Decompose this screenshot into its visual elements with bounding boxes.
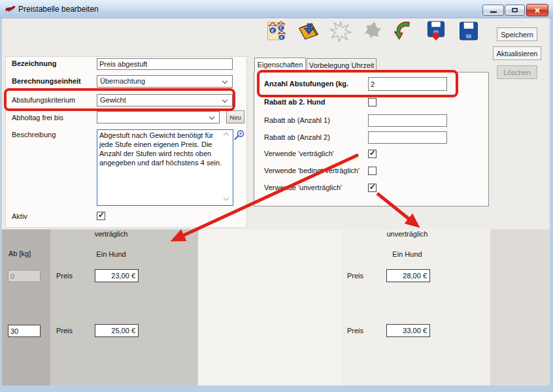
save-icon <box>456 20 481 42</box>
neu-button[interactable]: Neu <box>226 110 244 123</box>
unvertraeglich-preis-input-row2[interactable] <box>386 324 430 337</box>
rabatt-ab-2-hund-checkbox[interactable] <box>368 98 377 106</box>
verwende-bedingt-checkbox[interactable] <box>368 167 377 175</box>
close-icon <box>534 7 541 14</box>
berechnungseinheit-select[interactable]: Übernachtung <box>97 75 233 88</box>
verwende-vertraeglich-checkbox[interactable] <box>368 150 377 158</box>
svg-text:€: € <box>280 35 283 41</box>
vertraeglich-column-title: verträglich <box>56 230 167 238</box>
new-star-icon <box>328 20 353 42</box>
toolbar-button-save-export[interactable] <box>424 20 448 42</box>
vertraeglich-preis-input-row1[interactable] <box>95 269 139 282</box>
rabatt-anzahl2-label: Rabatt ab (Anzahl 2) <box>264 133 330 141</box>
beschreibung-textarea[interactable]: Abgestuft nach Gewicht benötigt für jede… <box>97 129 233 206</box>
undo-arrow-icon <box>392 20 416 42</box>
price-tables-icon: € € € <box>265 20 290 42</box>
ab-kg-input-row1 <box>8 270 41 282</box>
unvertraeglich-subtitle: Ein Hund <box>348 250 466 258</box>
dialog-window: Preistabelle bearbeiten € € € <box>0 0 553 392</box>
toolbar-button-undo[interactable] <box>392 20 416 42</box>
verwende-unvertraeglich-checkbox[interactable] <box>368 184 377 192</box>
unvertraeglich-preis-input-row1[interactable] <box>386 269 430 282</box>
tab-eigenschaften[interactable]: Eigenschaften <box>254 57 306 73</box>
maximize-icon <box>512 8 518 12</box>
table-gap-area <box>198 229 342 385</box>
verwende-bedingt-label: Verwende 'bedingt verträglich' <box>264 167 360 174</box>
verwende-unvertraeglich-label: Verwende 'unverträglich' <box>264 184 342 191</box>
rabatt-anzahl2-input[interactable] <box>368 131 447 144</box>
anzahl-abstufungen-input[interactable] <box>368 77 447 91</box>
abstufungskriterium-label: Abstufungskriterium <box>12 96 75 104</box>
abstufungskriterium-select[interactable]: Gewicht <box>97 94 233 106</box>
app-dog-icon <box>5 5 16 14</box>
refresh-button[interactable]: Aktualisieren <box>493 46 541 60</box>
ab-kg-input-row2[interactable] <box>8 325 41 337</box>
berechnungseinheit-label: Berechnungseinheit <box>12 77 81 85</box>
preis-label: Preis <box>347 272 363 280</box>
save-button[interactable]: Speichern <box>497 27 537 41</box>
minimize-button[interactable] <box>482 5 504 16</box>
svg-text:€: € <box>271 28 275 34</box>
toolbar-button-new <box>328 20 353 42</box>
abstufungskriterium-value: Gewicht <box>100 96 126 104</box>
chevron-down-icon <box>222 97 227 103</box>
table-right-area <box>490 229 550 385</box>
close-button[interactable] <box>526 4 548 16</box>
bezeichnung-label: Bezeichnung <box>12 59 56 67</box>
rabatt-anzahl1-input[interactable] <box>368 114 447 127</box>
rabatt-ab-2-hund-label: Rabatt ab 2. Hund <box>264 98 326 106</box>
berechnungseinheit-value: Übernachtung <box>100 77 145 85</box>
chevron-down-icon <box>209 114 214 120</box>
ab-kg-header: Ab [kg] <box>8 250 31 257</box>
aktiv-label: Aktiv <box>12 212 27 220</box>
unvertraeglich-column-title: unverträglich <box>348 230 466 238</box>
aktiv-checkbox[interactable] <box>97 212 105 220</box>
bezeichnung-input[interactable] <box>97 58 233 70</box>
beschreibung-label: Beschreibung <box>12 131 56 139</box>
zoom-magnifier-icon[interactable] <box>233 129 245 142</box>
svg-text:€: € <box>280 25 282 31</box>
maximize-button[interactable] <box>505 5 525 16</box>
preis-label: Preis <box>56 327 73 335</box>
tab-vorbelegung-uhrzeit[interactable]: Vorbelegung Uhrzeit <box>307 58 377 72</box>
anzahl-abstufungen-label: Anzahl Abstufungen (kg. <box>264 80 348 88</box>
chevron-down-icon <box>222 78 227 84</box>
delete-splat-icon <box>360 20 385 42</box>
abholtag-label: Abholtag frei bis <box>12 114 63 122</box>
rabatt-anzahl1-label: Rabatt ab (Anzahl 1) <box>264 116 330 124</box>
import-folder-icon <box>297 20 322 42</box>
abholtag-select[interactable] <box>97 111 220 123</box>
verwende-vertraeglich-label: Verwende 'verträglich' <box>264 150 334 157</box>
titlebar: Preistabelle bearbeiten <box>0 0 553 18</box>
toolbar-button-save[interactable] <box>456 20 481 42</box>
toolbar-button-import[interactable] <box>297 20 322 42</box>
preis-label: Preis <box>56 272 73 280</box>
minimize-icon <box>490 11 497 13</box>
preis-label: Preis <box>347 327 363 335</box>
vertraeglich-subtitle: Ein Hund <box>56 250 167 258</box>
toolbar-button-price-tables[interactable]: € € € <box>265 20 290 42</box>
window-title: Preistabelle bearbeiten <box>18 5 99 14</box>
vertraeglich-preis-input-row2[interactable] <box>95 324 139 337</box>
save-export-icon <box>424 20 448 42</box>
toolbar-button-delete <box>360 20 385 42</box>
window-border-bottom <box>0 385 553 392</box>
delete-button: Löschen <box>497 65 537 79</box>
window-border-right <box>550 18 553 392</box>
